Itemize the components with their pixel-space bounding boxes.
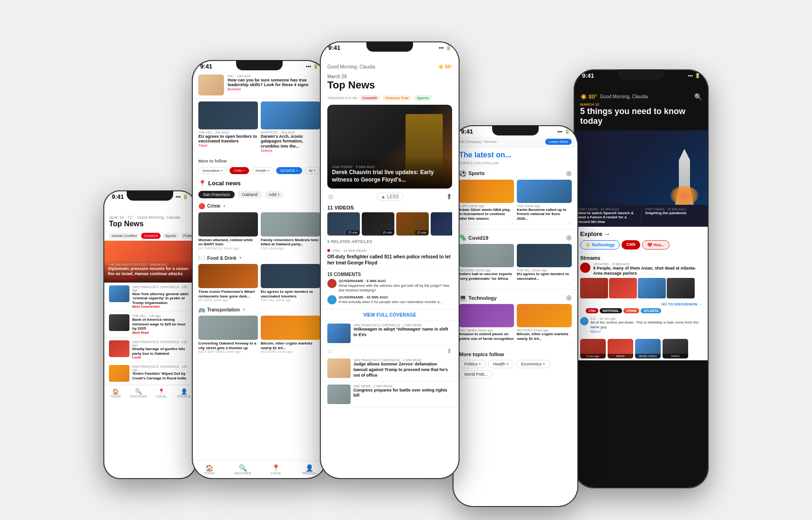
topic-pill-2[interactable]: Economics + [516,360,550,368]
trending-sports[interactable]: Sports [414,95,432,101]
p3-share[interactable]: ⬆ [446,192,452,201]
p2-crime-1[interactable]: Family remembers Modesto teen killed at … [261,212,320,250]
follow-tag-4[interactable]: W + [304,167,319,174]
p4-sports-actions-1[interactable]: ··· [517,221,572,225]
p2-nav-discover[interactable]: 🔍 DISCOVER [226,463,260,476]
p1-hero[interactable]: THE WASHINGTON POST · BREAKING Diplomati… [104,241,196,283]
p5-st-thumb-0[interactable] [580,278,608,298]
p4-covid-art-1[interactable]: THE HILL 10min ago EU agrees to open bor… [517,244,572,285]
explore-health[interactable]: ❤️ Hea... [642,240,670,250]
p1-article-3[interactable]: SAN FRANCISCO CHRONICLE · 12h ago 'Entir… [104,362,196,385]
p4-tech-actions-0[interactable]: ··· [459,341,514,346]
p3-videos-header[interactable]: 11 VIDEOS [327,205,452,210]
p5-tag-cnn[interactable]: CNN [586,308,598,313]
tag-2[interactable]: Sports [162,233,179,239]
p1-nav-local[interactable]: 📍 LOCAL [150,387,173,399]
p2-img-article-0[interactable]: THE HILL · 20h ago EU agrees to open bor… [198,101,258,152]
search-icon-5[interactable]: 🔍 [694,93,702,101]
p5-hero[interactable] [575,130,708,205]
p3-hero[interactable]: USA TODAY · 5 MIN AGO Derek Chauvin tria… [327,105,452,189]
p4-tech-art-0[interactable]: NBC NEWS 10min ago Amazon to extend paus… [459,304,514,345]
p4-covid-expand[interactable]: ⊕ [566,233,572,242]
p4-tech-art-1[interactable]: REUTERS 10min ago Bitcoin, ether crypto … [517,304,572,345]
p4-sports-expand[interactable]: ⊕ [566,169,572,178]
follow-tag-0[interactable]: Innovation + [198,167,227,174]
p5-sub-art-1[interactable]: CNET NEWS · 28 MIN AGO Graphing the pand… [642,205,708,227]
trending-covid[interactable]: Covid19 [359,95,380,101]
p2-food-1[interactable]: EU agrees to open borders to vaccinated … [261,264,320,302]
p5-stream-0[interactable]: UPDATED · 15 MIN AGO 8 People, many of t… [580,263,702,276]
p1-nav-discover[interactable]: 🔍 DISCOVER [127,387,150,399]
follow-tag-2[interactable]: Health + [251,167,274,174]
explore-cnn[interactable]: CNN [622,240,640,250]
p4-sports-art-0[interactable]: ESPN 18min ago Adam Silver wants NBA pla… [459,180,514,226]
bookmark-icon-0[interactable]: ☆ [327,347,333,355]
p3-video-3[interactable]: 1.4 m [431,212,452,236]
p2-crime-0[interactable]: Woman attacked, robbed while on BART tra… [198,212,258,250]
p5-tag-crime[interactable]: CRIME [623,308,640,313]
p4-covid-title-0: India's halt to vaccine exports 'very pr… [459,272,514,281]
tab-add[interactable]: Add + [265,191,284,198]
topic-pill-3[interactable]: World Polit... [459,370,493,378]
p5-st-thumb-2[interactable] [638,278,666,298]
crime-add[interactable]: + [223,204,225,209]
p3-lower-2[interactable]: NBC NEWS · 2 MIN READ Congress prepares … [321,382,459,407]
p5-tl-2[interactable]: MORE VIDEO [635,339,661,358]
p5-reply-btn[interactable]: REPLY [590,330,702,333]
p2-nav-local[interactable]: 📍 LOCAL [259,463,293,476]
p3-comments-count[interactable]: 15 COMMENTS [327,272,452,277]
p4-learn-more[interactable]: Learn More [545,139,572,145]
p2-top-article-0[interactable]: INC. · 12h ago How can you be sure someo… [193,72,326,99]
topic-pill-1[interactable]: Health + [488,360,514,368]
p1-nav-today[interactable]: 🏠 TODAY [104,387,127,399]
p1-article-1[interactable]: THE HILL · 12h ago Bank of America raisi… [104,311,196,338]
p5-tl-0[interactable]: 5 min ago [580,339,606,358]
p3-lower-1[interactable]: SAN FRANCISCO CHRONICLE · 2 MIN READ Jud… [321,356,459,381]
p5-tag-atlanta[interactable]: ATLANTA [641,308,661,313]
transport-add[interactable]: + [243,307,245,312]
p2-top-cat-0: Business [228,88,320,91]
p5-comment-av-0 [580,317,589,325]
p2-img-article-1[interactable]: HUFFPOST · 25h ago Darwin's Arch, iconic… [261,101,320,152]
explore-tech[interactable]: ☀️ Technology [580,240,620,250]
p4-covid-actions-0[interactable]: ··· [459,281,514,285]
follow-tag-3[interactable]: SFGATE + [276,167,302,174]
tag-1[interactable]: Covid19 [141,233,160,239]
topic-pill-0[interactable]: Politics + [459,360,486,368]
p4-sports-actions-0[interactable]: ··· [459,221,514,225]
p4-sports-art-1[interactable]: CNN 10min ago Karim Benzema called up to… [517,180,572,226]
food-add[interactable]: + [239,256,242,260]
tab-sf[interactable]: San Francisco [198,191,235,198]
p4-covid-actions-1[interactable]: ··· [517,281,572,285]
share-icon-0[interactable]: ⬆ [447,347,452,355]
p5-go-discussion[interactable]: GO TO DISCUSSION → [580,302,702,306]
p5-sub-art-0[interactable]: CNET NEWS · 42 MIN AGO How to watch Spac… [575,205,641,227]
p3-video-0[interactable]: 15 min [327,212,360,236]
p4-tech-actions-1[interactable]: ··· [517,341,572,346]
follow-tag-1[interactable]: CNN + [230,167,249,174]
p3-video-2[interactable]: 15 min [396,212,429,236]
p2-food-0[interactable]: Three iconic Fisherman's Wharf restauran… [198,264,258,302]
p2-transport-1[interactable]: Bitcoin, ether crypto markets nearly $1 … [261,316,320,353]
p3-less-btn[interactable]: ▲ LESS [377,193,403,201]
p3-related-0[interactable]: CNN · 14 MIN READ Off-duty firefighter c… [321,246,459,269]
p3-lower-info-1: SAN FRANCISCO CHRONICLE · 2 MIN READ Jud… [353,358,452,378]
p5-st-thumb-3[interactable] [667,278,695,298]
p5-st-thumb-1[interactable] [609,278,637,298]
p3-lower-0[interactable]: SAN FRANCISCO CHRONICLE · 2 MIN READ Vol… [321,321,459,346]
p5-tag-national[interactable]: NATIONAL [600,308,622,313]
p1-article-0[interactable]: SAN FRANCISCO CHRONICLE · 12h ago New Yo… [104,283,196,312]
trending-chauvin[interactable]: Chauvin Trial [382,95,412,101]
tab-oakland[interactable]: Oakland [237,191,263,198]
tag-0[interactable]: Iranian Conflict [109,233,139,239]
p2-nav-today[interactable]: 🏠 TODAY [193,463,226,476]
p5-tl-1[interactable]: NEWS [608,339,633,358]
p1-article-2[interactable]: SAN FRANCISCO CHRONICLE · 12h ago Deadly… [104,338,196,362]
p3-view-coverage[interactable]: VIEW FULL COVERAGE [321,309,459,321]
p4-covid-art-0[interactable]: REUTERS 10min ago India's halt to vaccin… [459,244,514,285]
p4-tech-expand[interactable]: ⊕ [566,293,572,302]
p5-tl-3[interactable]: VIDEO [663,339,688,358]
p3-bookmark[interactable]: ☆ [327,192,334,201]
p3-video-1[interactable]: 15 min [362,212,394,236]
p2-transport-0[interactable]: Converting Oakland freeway to a city str… [198,316,258,353]
